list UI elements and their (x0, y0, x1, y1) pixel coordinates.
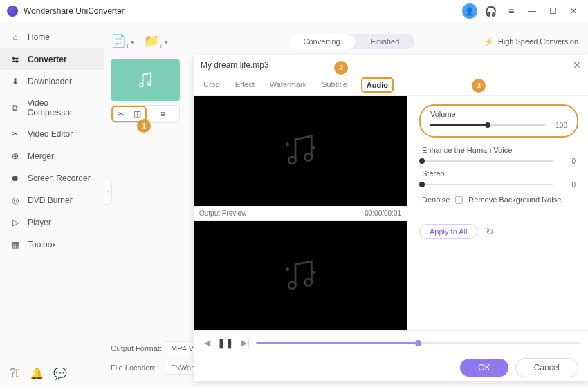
app-logo (7, 6, 18, 17)
tab-effect[interactable]: Effect (234, 77, 256, 95)
sidebar-item-video-editor[interactable]: ✂ Video Editor (0, 123, 104, 145)
music-note-icon (281, 256, 320, 295)
sidebar-item-converter[interactable]: ⇆ Converter (0, 48, 104, 70)
sidebar-item-toolbox[interactable]: ▦ Toolbox (0, 234, 104, 256)
sidebar-item-dvd-burner[interactable]: ◎ DVD Burner (0, 189, 104, 211)
minimize-button[interactable]: — (524, 3, 540, 19)
hsc-label: High Speed Conversion (498, 37, 578, 46)
content-toolbar: 📄+ ▾ 📁+ ▾ Converting Finished ⚡ High Spe… (111, 29, 578, 54)
tab-watermark[interactable]: Watermark (268, 77, 308, 95)
file-card[interactable]: ✂ ◫ ≡ (111, 59, 180, 123)
chevron-down-icon: ▾ (131, 38, 134, 46)
tab-audio[interactable]: Audio (361, 77, 394, 93)
add-file-button[interactable]: 📄+ ▾ (111, 33, 134, 50)
person-icon: 👤 (465, 7, 475, 16)
bell-icon[interactable]: 🔔 (30, 367, 44, 380)
svg-point-0 (140, 84, 143, 87)
sidebar-item-label: DVD Burner (28, 196, 73, 205)
add-folder-button[interactable]: 📁+ ▾ (144, 33, 167, 50)
sidebar-item-label: Downloader (28, 77, 72, 86)
bolt-icon: ⚡ (484, 37, 494, 46)
sidebar-item-video-compressor[interactable]: ⧉ Video Compressor (0, 93, 104, 123)
volume-value: 100 (551, 122, 567, 129)
titlebar: Wondershare UniConverter 👤 🎧 ≡ — ☐ ✕ (0, 0, 588, 22)
download-icon: ⬇ (10, 76, 21, 87)
music-note-icon (281, 131, 320, 170)
user-avatar[interactable]: 👤 (462, 3, 477, 19)
hamburger-menu-icon[interactable]: ≡ (504, 3, 519, 19)
high-speed-conversion-toggle[interactable]: ⚡ High Speed Conversion (484, 37, 578, 46)
play-icon: ▷ (10, 217, 21, 228)
folder-add-icon: 📁+ (144, 33, 163, 50)
svg-point-4 (286, 144, 288, 145)
sidebar-item-label: Player (28, 218, 51, 227)
chat-icon[interactable]: 💬 (53, 367, 67, 380)
stereo-label: Stereo (422, 169, 576, 178)
volume-label: Volume (430, 110, 567, 118)
volume-slider[interactable] (430, 121, 545, 129)
prev-button[interactable]: |◀ (202, 338, 210, 348)
home-icon: ⌂ (10, 32, 21, 43)
sidebar-item-merger[interactable]: ⊕ Merger (0, 145, 104, 167)
enhance-value: 0 (559, 158, 576, 165)
maximize-button[interactable]: ☐ (545, 3, 560, 19)
reset-icon[interactable]: ↻ (486, 226, 494, 237)
sidebar-item-player[interactable]: ▷ Player (0, 211, 104, 234)
help-icon[interactable]: ?⃝ (10, 367, 20, 380)
tab-subtitle[interactable]: Subtitle (320, 77, 349, 95)
sidebar: ⌂ Home ⇆ Converter ⬇ Downloader ⧉ Video … (0, 22, 104, 387)
scissors-icon: ✂ (10, 129, 21, 140)
output-format-label: Output Format: (111, 344, 165, 352)
output-preview-label: Output Preview (199, 209, 246, 217)
callout-badge-2: 2 (334, 61, 348, 75)
grid-icon: ▦ (10, 239, 21, 250)
pause-button[interactable]: ❚❚ (217, 337, 234, 348)
audio-editor-panel: My dream life.mp3 ✕ Crop Effect Watermar… (194, 55, 588, 381)
segment-converting[interactable]: Converting (288, 34, 356, 49)
stereo-value: 0 (559, 181, 576, 189)
sidebar-item-screen-recorder[interactable]: ⏺ Screen Recorder (0, 167, 104, 189)
segment-finished[interactable]: Finished (356, 34, 415, 49)
sidebar-item-label: Home (28, 32, 50, 42)
next-button[interactable]: ▶| (241, 338, 249, 348)
svg-point-9 (313, 272, 314, 273)
transport-bar: |◀ ❚❚ ▶| (194, 330, 588, 354)
apply-to-all-button[interactable]: Apply to All (419, 224, 477, 239)
svg-point-8 (286, 268, 288, 270)
cancel-button[interactable]: Cancel (515, 358, 578, 377)
sidebar-item-home[interactable]: ⌂ Home (0, 26, 104, 48)
disc-icon: ◎ (10, 195, 21, 206)
stereo-slider[interactable] (422, 180, 553, 189)
audio-controls: Volume 100 Enhance the Human Voice 0 (407, 96, 588, 330)
record-icon: ⏺ (10, 173, 21, 184)
enhance-slider[interactable] (422, 157, 553, 165)
headset-icon[interactable]: 🎧 (483, 3, 498, 19)
svg-point-3 (305, 153, 312, 160)
preview-time: 00:00/00:01 (365, 209, 401, 217)
callout-badge-3: 3 (472, 79, 486, 93)
sidebar-collapse-handle[interactable]: ‹ (104, 180, 112, 205)
app-title: Wondershare UniConverter (24, 6, 125, 16)
preview-output (194, 221, 407, 331)
merge-icon: ⊕ (10, 151, 21, 162)
crop-icon[interactable]: ◫ (129, 109, 146, 119)
tab-crop[interactable]: Crop (202, 77, 221, 95)
svg-point-1 (148, 82, 151, 85)
ok-button[interactable]: OK (460, 359, 508, 377)
callout-badge-1: 1 (137, 119, 151, 133)
file-thumbnail (111, 59, 180, 101)
trim-icon[interactable]: ✂ (113, 109, 129, 119)
file-add-icon: 📄+ (111, 33, 129, 50)
more-icon[interactable]: ≡ (147, 106, 179, 122)
volume-highlight: Volume 100 (419, 104, 578, 138)
sidebar-item-downloader[interactable]: ⬇ Downloader (0, 70, 104, 93)
divider (421, 214, 577, 214)
close-button[interactable]: ✕ (566, 3, 581, 19)
compress-icon: ⧉ (10, 102, 21, 113)
progress-slider[interactable] (256, 339, 580, 347)
close-icon[interactable]: ✕ (573, 59, 581, 70)
music-note-icon (136, 70, 155, 90)
sidebar-item-label: Video Editor (28, 129, 73, 139)
converter-icon: ⇆ (10, 54, 21, 65)
remove-noise-checkbox[interactable] (455, 196, 463, 204)
